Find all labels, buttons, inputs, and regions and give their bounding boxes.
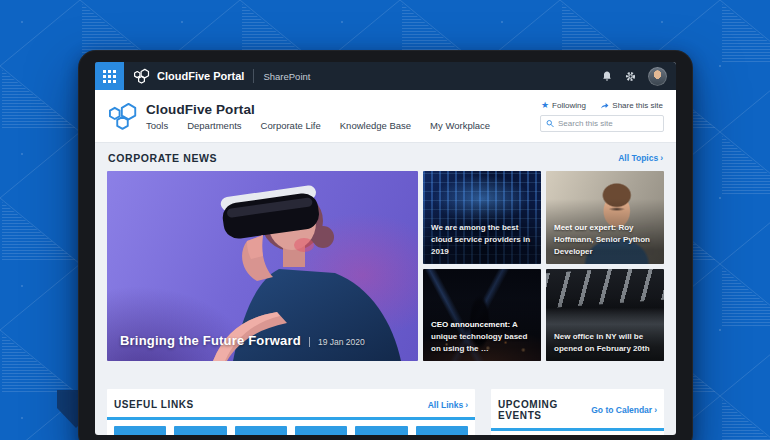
chevron-right-icon: › [465, 400, 468, 410]
search-input[interactable] [558, 119, 658, 128]
settings-button[interactable] [624, 70, 637, 83]
useful-links-heading: USEFUL LINKS [114, 399, 194, 410]
quick-link-tile[interactable] [174, 426, 226, 435]
all-links-link[interactable]: All Links› [428, 400, 468, 410]
tile-caption-bold: Meet our expert: [554, 223, 616, 232]
desktop-backdrop: CloudFive Portal SharePoint [0, 0, 770, 440]
share-label: Share this site [612, 101, 663, 110]
hero-date: 19 Jan 2020 [309, 337, 365, 347]
section-underline [107, 417, 475, 420]
tablet-device: CloudFive Portal SharePoint [78, 50, 693, 440]
site-logo-icon [107, 102, 138, 134]
quick-link-tile[interactable] [295, 426, 347, 435]
hero-news-card[interactable]: Bringing the Future Forward 19 Jan 2020 [107, 171, 418, 361]
following-button[interactable]: ★ Following [541, 101, 586, 110]
page-body: CORPORATE NEWS All Topics› [95, 143, 676, 435]
chevron-right-icon: › [660, 153, 663, 163]
nav-item-corporate-life[interactable]: Corporate Life [261, 120, 321, 131]
site-nav: Tools Departments Corporate Life Knowled… [146, 120, 490, 131]
quick-link-tile[interactable] [416, 426, 468, 435]
bell-icon [601, 70, 613, 82]
quick-link-tile[interactable] [235, 426, 287, 435]
nav-item-knowledge-base[interactable]: Knowledge Base [340, 120, 411, 131]
news-grid: Bringing the Future Forward 19 Jan 2020 … [107, 171, 664, 361]
quick-link-tiles [114, 426, 468, 435]
tile-caption-bold: CEO announcement: [431, 320, 510, 329]
tile-caption: New office in NY will be opened on Febru… [554, 332, 650, 353]
site-header: CloudFive Portal Tools Departments Corpo… [95, 90, 676, 143]
news-tile-meet-expert[interactable]: Meet our expert: Roy Hoffmann, Senior Py… [546, 171, 664, 264]
suite-brand-label: CloudFive Portal [157, 70, 244, 82]
site-search [540, 115, 664, 132]
star-icon: ★ [541, 101, 549, 110]
gear-icon [624, 70, 637, 83]
news-tile-cloud-providers[interactable]: We are among the best cloud service prov… [423, 171, 541, 264]
nav-item-tools[interactable]: Tools [146, 120, 168, 131]
hero-title: Bringing the Future Forward [120, 333, 301, 348]
quick-link-tile[interactable] [355, 426, 407, 435]
corporate-news-heading: CORPORATE NEWS [108, 152, 217, 164]
upcoming-events-heading: UPCOMING EVENTS [498, 399, 591, 421]
search-icon [546, 119, 554, 128]
suite-divider [253, 69, 254, 83]
useful-links-card: USEFUL LINKS All Links› [107, 389, 475, 435]
chevron-right-icon: › [654, 405, 657, 415]
cloudfive-logo-icon [133, 68, 150, 84]
tile-caption: We are among the best cloud service prov… [431, 223, 530, 256]
news-tile-new-office[interactable]: New office in NY will be opened on Febru… [546, 269, 664, 361]
user-avatar[interactable] [648, 67, 667, 86]
site-title: CloudFive Portal [146, 102, 490, 117]
suite-bar: CloudFive Portal SharePoint [95, 62, 676, 90]
following-label: Following [552, 101, 586, 110]
share-site-button[interactable]: Share this site [600, 101, 663, 110]
nav-item-my-workplace[interactable]: My Workplace [430, 120, 490, 131]
section-underline [491, 428, 664, 431]
waffle-icon [103, 70, 116, 83]
upcoming-events-card: UPCOMING EVENTS Go to Calendar› Team Mee… [491, 389, 664, 435]
all-topics-link[interactable]: All Topics› [618, 153, 663, 163]
share-icon [600, 101, 609, 110]
go-to-calendar-link[interactable]: Go to Calendar› [591, 405, 657, 415]
sharepoint-link[interactable]: SharePoint [263, 71, 310, 82]
app-launcher-button[interactable] [95, 62, 124, 90]
notifications-button[interactable] [601, 70, 613, 82]
portal-screen: CloudFive Portal SharePoint [95, 62, 676, 435]
news-tile-ceo-announcement[interactable]: CEO announcement: A unique technology ba… [423, 269, 541, 361]
quick-link-tile[interactable] [114, 426, 166, 435]
nav-item-departments[interactable]: Departments [187, 120, 241, 131]
